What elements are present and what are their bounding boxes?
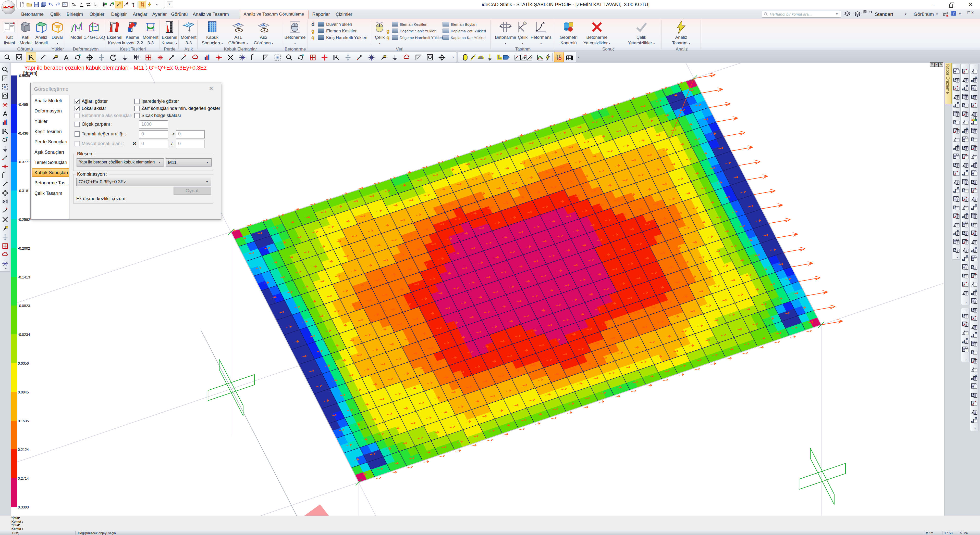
svg-text:?: ? xyxy=(953,11,955,15)
svg-text:2: 2 xyxy=(531,57,532,59)
